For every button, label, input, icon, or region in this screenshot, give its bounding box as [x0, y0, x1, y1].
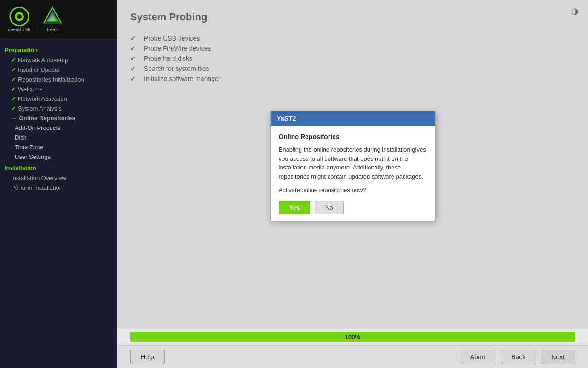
- sidebar-item-welcome[interactable]: ✔ Welcome: [0, 84, 117, 94]
- logo-divider: [37, 8, 37, 31]
- sidebar-item-label: Disk: [15, 134, 26, 141]
- sidebar-item-label: Installation Overview: [11, 175, 66, 181]
- sidebar-item-label: Repositories Initialization: [18, 76, 84, 83]
- no-button[interactable]: No: [315, 201, 344, 214]
- check-icon: ✔: [11, 57, 16, 64]
- abort-button[interactable]: Abort: [460, 350, 496, 364]
- sidebar-item-label: Network Autosetup: [18, 57, 68, 64]
- progress-area: 100%: [117, 329, 588, 345]
- preparation-section: Preparation: [0, 44, 117, 55]
- sidebar-item-network-autosetup[interactable]: ✔ Network Autosetup: [0, 55, 117, 65]
- dialog-titlebar: YaST2: [271, 111, 435, 126]
- sidebar-item-label: Perform Installation: [11, 184, 63, 191]
- svg-point-2: [17, 14, 22, 19]
- next-button[interactable]: Next: [541, 350, 575, 364]
- sidebar-item-label: Network Activation: [18, 95, 67, 102]
- main-content: ◑ System Probing ✔ Probe USB devices ✔ P…: [117, 0, 588, 368]
- footer-right: Abort Back Next: [460, 350, 575, 364]
- content-area: ◑ System Probing ✔ Probe USB devices ✔ P…: [117, 0, 588, 329]
- opensuse-logo-icon: [7, 7, 31, 26]
- sidebar-item-label: User Settings: [15, 153, 51, 160]
- sidebar-item-time-zone[interactable]: Time Zone: [0, 142, 117, 152]
- sidebar-item-perform-installation[interactable]: Perform Installation: [0, 183, 117, 193]
- sidebar: openSUSE Leap Preparation ✔ Network Auto…: [0, 0, 117, 368]
- sidebar-item-disk[interactable]: Disk: [0, 133, 117, 142]
- logo-area: openSUSE Leap: [0, 0, 117, 39]
- sidebar-item-label: Installer Update: [18, 66, 60, 73]
- sidebar-item-label: Welcome: [18, 86, 43, 93]
- sidebar-item-label: Online Repositories: [19, 115, 75, 122]
- dialog-body: Online Repositories Enabling the online …: [271, 126, 435, 221]
- sidebar-item-label: System Analysis: [18, 105, 62, 112]
- sidebar-item-system-analysis[interactable]: ✔ System Analysis: [0, 104, 117, 113]
- opensuse-text: openSUSE: [8, 27, 30, 32]
- check-icon: ✔: [11, 76, 16, 83]
- check-icon: ✔: [11, 105, 16, 112]
- sidebar-item-label: Time Zone: [15, 144, 43, 151]
- leap-logo: Leap: [43, 6, 62, 32]
- nav: Preparation ✔ Network Autosetup ✔ Instal…: [0, 39, 117, 368]
- sidebar-item-repositories-init[interactable]: ✔ Repositories Initialization: [0, 75, 117, 84]
- check-icon: ✔: [11, 66, 16, 73]
- check-icon: ✔: [11, 95, 16, 102]
- dialog-buttons: Yes No: [279, 201, 427, 214]
- leap-text: Leap: [47, 27, 58, 32]
- progress-bar: 100%: [130, 332, 575, 342]
- dialog-question: Activate online repositories now?: [279, 187, 427, 193]
- back-button[interactable]: Back: [501, 350, 536, 364]
- yes-button[interactable]: Yes: [279, 201, 310, 214]
- footer: Help Abort Back Next: [117, 345, 588, 368]
- sidebar-item-online-repositories[interactable]: → Online Repositories: [0, 113, 117, 123]
- installation-section: Installation: [0, 162, 117, 173]
- dialog: YaST2 Online Repositories Enabling the o…: [270, 111, 436, 221]
- dialog-description: Enabling the online repositories during …: [279, 145, 427, 181]
- progress-bar-fill: 100%: [130, 332, 575, 342]
- sidebar-item-installation-overview[interactable]: Installation Overview: [0, 173, 117, 183]
- sidebar-item-user-settings[interactable]: User Settings: [0, 152, 117, 162]
- leap-logo-icon: [43, 6, 62, 26]
- sidebar-item-add-on-products[interactable]: Add-On Products: [0, 123, 117, 133]
- sidebar-item-label: Add-On Products: [15, 124, 61, 131]
- check-icon: ✔: [11, 86, 16, 93]
- sidebar-item-installer-update[interactable]: ✔ Installer Update: [0, 65, 117, 75]
- help-button[interactable]: Help: [130, 350, 165, 364]
- dialog-section-title: Online Repositories: [279, 133, 427, 140]
- arrow-icon: →: [11, 115, 17, 122]
- opensuse-logo: openSUSE: [7, 7, 31, 32]
- dialog-overlay: YaST2 Online Repositories Enabling the o…: [117, 0, 588, 329]
- sidebar-item-network-activation[interactable]: ✔ Network Activation: [0, 94, 117, 104]
